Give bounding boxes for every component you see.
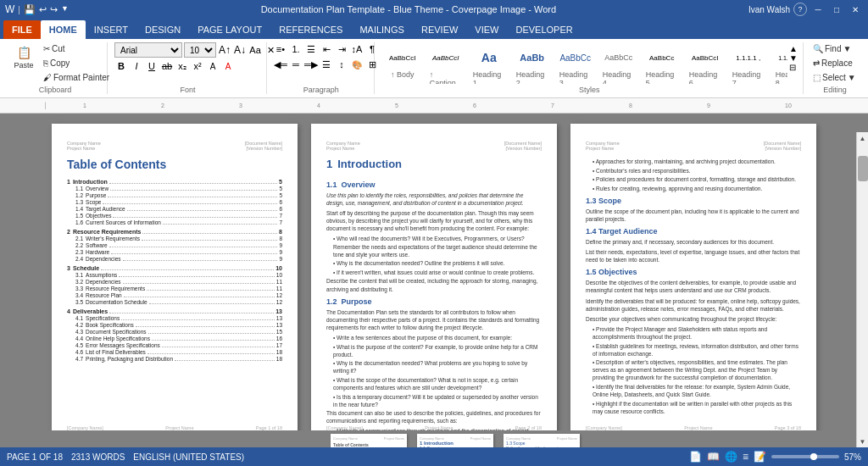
page3-sub4-para2: List their needs, expectations, level of…	[586, 248, 801, 264]
change-case-button[interactable]: Aa	[248, 43, 262, 57]
window-title: Documentation Plan Template - Blue Theme…	[261, 4, 557, 14]
sort-button[interactable]: ↕A	[350, 42, 364, 56]
toc-item: 4.4Online Help Specifications16	[67, 335, 282, 341]
style-body-label: ↑ Body	[391, 70, 415, 79]
scroll-down-button[interactable]: ▼	[857, 435, 868, 447]
paragraph-controls: ≡• 1. ☰ ⇤ ⇥ ↕A ¶ ◀═ ═ ═▶ ☰ ↕ 🎨 ⊞	[274, 42, 379, 71]
clipboard-label: Clipboard	[8, 84, 102, 94]
tab-file[interactable]: FILE	[3, 20, 41, 39]
qat-undo[interactable]: ↩	[39, 4, 47, 15]
numbering-button[interactable]: 1.	[289, 42, 303, 56]
copy-button[interactable]: ⎘Copy	[41, 57, 112, 69]
page3-sub5-bullets: Provide the Project Manager and Stakehol…	[586, 325, 801, 415]
tab-mailings[interactable]: MAILINGS	[351, 20, 413, 39]
toc-item: 1.3Scope6	[67, 198, 282, 205]
tab-home[interactable]: HOME	[41, 20, 86, 39]
style-heading6[interactable]: AaBbCcI Heading 6	[684, 42, 726, 84]
styles-more[interactable]: ⊟	[789, 63, 798, 72]
style-body[interactable]: AaBbCcI ↑ Body	[381, 42, 424, 84]
page3-footer: [Company Name] Project Name Page 3 of 18	[586, 425, 801, 430]
toc-item: 4.6List of Final Deliverables18	[67, 348, 282, 355]
page3-sub3: 1.3 Scope Outline the scope of the docum…	[586, 197, 801, 223]
qat-redo[interactable]: ↪	[50, 4, 58, 15]
align-left-button[interactable]: ◀═	[274, 58, 287, 71]
help-button[interactable]: ?	[793, 3, 807, 16]
view-outline[interactable]: ≡	[743, 451, 748, 463]
multilevel-button[interactable]: ☰	[304, 42, 318, 56]
tab-references[interactable]: REFERENCES	[270, 20, 351, 39]
page3-bullets-top: Approaches for storing, maintaining, and…	[586, 158, 801, 192]
justify-button[interactable]: ☰	[320, 58, 333, 71]
copy-icon: ⎘	[43, 58, 48, 68]
text-color-button[interactable]: A	[221, 59, 235, 73]
close-button[interactable]: ✕	[848, 3, 863, 15]
underline-button[interactable]: U	[145, 59, 159, 73]
find-button[interactable]: 🔍Find▼	[810, 42, 854, 55]
ribbon: 📋 Paste ✂Cut ⎘Copy 🖌Format Painter Clipb…	[0, 39, 868, 98]
style-heading4[interactable]: AaBbCc Heading 4	[598, 42, 640, 84]
tab-review[interactable]: REVIEW	[413, 20, 466, 39]
ruler: │ 1 2 3 4 5 6 7 8 9 10	[0, 98, 868, 114]
view-web-layout[interactable]: 🌐	[725, 451, 737, 463]
scroll-up-button[interactable]: ▲	[857, 132, 868, 144]
tab-page-layout[interactable]: PAGE LAYOUT	[189, 20, 270, 39]
cut-button[interactable]: ✂Cut	[41, 42, 112, 55]
page3-sub3-heading: 1.3 Scope	[586, 197, 801, 205]
bold-button[interactable]: B	[114, 59, 128, 73]
strikethrough-button[interactable]: ab	[160, 59, 174, 73]
tab-design[interactable]: DESIGN	[136, 20, 189, 39]
tab-developer[interactable]: DEVELOPER	[507, 20, 581, 39]
list-item: Why is the documentation needed? What pr…	[326, 359, 542, 374]
increase-font-button[interactable]: A↑	[218, 43, 231, 57]
status-right: 📄 📖 🌐 ≡ 📝 57%	[689, 451, 861, 463]
font-size-select[interactable]: 10	[184, 42, 216, 58]
qat-dropdown[interactable]: ▼	[61, 4, 69, 15]
view-full-reading[interactable]: 📖	[707, 451, 720, 463]
shading-button[interactable]: 🎨	[350, 58, 364, 71]
style-heading3[interactable]: AaBbCc Heading 3	[554, 42, 597, 84]
style-h4-preview: AaBbCc	[604, 45, 632, 70]
vertical-scrollbar[interactable]: ▲ ▼	[856, 132, 868, 447]
view-print-layout[interactable]: 📄	[689, 451, 702, 463]
tab-insert[interactable]: INSERT	[86, 20, 136, 39]
tab-view[interactable]: VIEW	[466, 20, 507, 39]
page2-section-heading: 1 Introduction	[326, 158, 542, 175]
toc-item: 1.5Objectives7	[67, 212, 282, 219]
align-right-button[interactable]: ═▶	[304, 58, 318, 71]
page1-footer: [Company Name] Project Name Page 1 of 18	[67, 425, 282, 430]
style-h3-preview: AaBbCc	[559, 45, 591, 70]
style-heading8[interactable]: 1.1.1.1.1 , Heading 8	[771, 42, 787, 84]
style-caption[interactable]: AaBbCcI ↑ Caption	[425, 42, 467, 84]
style-h7-preview: 1.1.1.1 ,	[736, 45, 760, 70]
style-heading7[interactable]: 1.1.1.1 , Heading 7	[727, 42, 770, 84]
line-spacing-button[interactable]: ↕	[335, 58, 348, 71]
increase-indent-button[interactable]: ⇥	[335, 42, 348, 56]
styles-scroll-up[interactable]: ▲	[789, 44, 798, 53]
align-center-button[interactable]: ═	[289, 58, 303, 71]
superscript-button[interactable]: x²	[191, 59, 204, 73]
font-name-select[interactable]: Arial	[114, 42, 182, 58]
minimize-button[interactable]: ─	[810, 3, 826, 15]
qat-save[interactable]: 💾	[24, 4, 36, 15]
subscript-button[interactable]: x₂	[175, 59, 189, 73]
toc-list: 1Introduction51.1Overview51.2Purpose51.3…	[67, 178, 282, 362]
decrease-font-button[interactable]: A↓	[233, 43, 247, 57]
page2-project-name: Project Name	[326, 146, 360, 151]
italic-button[interactable]: I	[130, 59, 143, 73]
zoom-slider[interactable]	[771, 455, 839, 458]
view-draft[interactable]: 📝	[754, 451, 766, 463]
restore-button[interactable]: □	[829, 3, 844, 15]
select-button[interactable]: ⬚Select▼	[810, 71, 859, 84]
styles-scroll-down[interactable]: ▼	[789, 53, 798, 63]
style-heading2[interactable]: AaBb Heading 2	[511, 42, 554, 84]
text-highlight-button[interactable]: A	[206, 59, 220, 73]
format-painter-button[interactable]: 🖌Format Painter	[41, 71, 112, 84]
style-heading5[interactable]: AaBbCc Heading 5	[641, 42, 683, 84]
decrease-indent-button[interactable]: ⇤	[320, 42, 333, 56]
paste-button[interactable]: 📋 Paste	[8, 42, 39, 71]
scroll-thumb[interactable]	[858, 156, 868, 181]
replace-button[interactable]: ⇄Replace	[810, 57, 855, 69]
bullets-button[interactable]: ≡•	[274, 42, 287, 56]
style-heading1[interactable]: Aa Heading 1	[468, 42, 510, 84]
list-item: Approaches for storing, maintaining, and…	[586, 158, 801, 165]
